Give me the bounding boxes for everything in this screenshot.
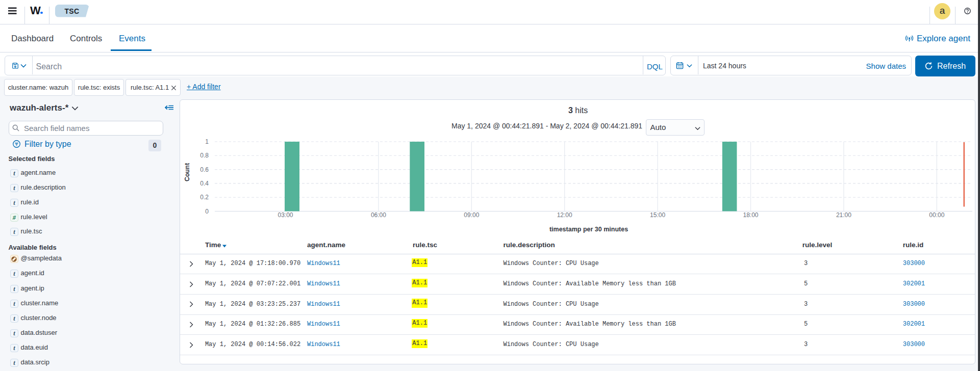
svg-text:12:00: 12:00: [557, 211, 572, 219]
svg-text:0.2: 0.2: [200, 194, 209, 201]
svg-text:00:00: 00:00: [929, 211, 944, 219]
svg-text:21:00: 21:00: [836, 211, 851, 219]
svg-text:Count: Count: [184, 163, 191, 181]
svg-text:0.8: 0.8: [200, 152, 209, 159]
svg-text:18:00: 18:00: [743, 211, 758, 219]
svg-text:timestamp per 30 minutes: timestamp per 30 minutes: [549, 226, 628, 233]
svg-text:09:00: 09:00: [464, 211, 479, 219]
svg-text:15:00: 15:00: [650, 211, 665, 219]
svg-text:0.6: 0.6: [200, 166, 209, 173]
svg-text:0.4: 0.4: [200, 180, 209, 187]
svg-text:03:00: 03:00: [278, 211, 293, 219]
svg-text:1: 1: [205, 138, 209, 145]
svg-text:0: 0: [205, 208, 209, 215]
svg-text:06:00: 06:00: [371, 211, 386, 219]
